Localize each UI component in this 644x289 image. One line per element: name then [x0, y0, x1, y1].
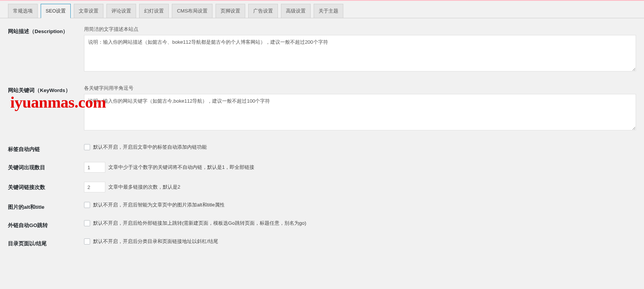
desc-img-alt-title: 默认不开启，开启后智能为文章页中的图片添加alt和title属性 [93, 202, 225, 208]
label-external-go: 外链自动GO跳转 [8, 220, 84, 229]
tab-ads[interactable]: 广告设置 [248, 4, 278, 18]
tab-seo[interactable]: SEO设置 [41, 4, 71, 18]
checkbox-tag-autolink[interactable] [84, 144, 90, 150]
hint-keywords: 各关键字间用半角逗号 [84, 85, 636, 92]
desc-dir-slash: 默认不开启，开启后分类目录和页面链接地址以斜杠/结尾 [93, 238, 218, 245]
control-tag-autolink: 默认不开启，开启后文章中的标签自动添加内链功能 [84, 144, 636, 151]
tab-cms-layout[interactable]: CMS布局设置 [172, 4, 213, 18]
tab-comment[interactable]: 评论设置 [106, 4, 136, 18]
control-keyword-link-times: 文章中最多链接的次数，默认是2 [84, 182, 636, 192]
control-keywords: 各关键字间用半角逗号 [84, 85, 636, 132]
control-keyword-count: 文章中少于这个数字的关键词将不自动内链，默认是1，即全部链接 [84, 162, 636, 173]
desc-external-go: 默认不开启，开启后给外部链接加上跳转(需新建页面，模板选Go跳转页面，标题任意，… [93, 220, 306, 227]
checkbox-external-go[interactable] [84, 220, 90, 226]
control-external-go: 默认不开启，开启后给外部链接加上跳转(需新建页面，模板选Go跳转页面，标题任意，… [84, 220, 636, 227]
label-img-alt-title: 图片的alt和title [8, 202, 84, 211]
desc-keyword-link-times: 文章中最多链接的次数，默认是2 [108, 184, 180, 191]
label-keywords: 网站关键词（KeyWords） [8, 85, 84, 94]
row-external-go: 外链自动GO跳转 默认不开启，开启后给外部链接加上跳转(需新建页面，模板选Go跳… [8, 220, 636, 229]
tab-general[interactable]: 常规选项 [8, 4, 38, 18]
textarea-description[interactable] [84, 35, 636, 71]
hint-description: 用简洁的文字描述本站点 [84, 26, 636, 33]
control-img-alt-title: 默认不开启，开启后智能为文章页中的图片添加alt和title属性 [84, 202, 636, 208]
label-keyword-link-times: 关键词链接次数 [8, 182, 84, 191]
tab-footer[interactable]: 页脚设置 [216, 4, 245, 18]
row-keywords: 网站关键词（KeyWords） 各关键字间用半角逗号 [8, 85, 636, 132]
desc-tag-autolink: 默认不开启，开启后文章中的标签自动添加内链功能 [93, 144, 207, 151]
input-keyword-link-times[interactable] [84, 182, 105, 192]
label-dir-slash: 目录页面以/结尾 [8, 238, 84, 247]
row-img-alt-title: 图片的alt和title 默认不开启，开启后智能为文章页中的图片添加alt和ti… [8, 202, 636, 211]
label-keyword-count: 关键词出现数目 [8, 162, 84, 171]
textarea-keywords[interactable] [84, 94, 636, 130]
input-keyword-count[interactable] [84, 162, 105, 173]
label-tag-autolink: 标签自动内链 [8, 144, 84, 153]
row-keyword-count: 关键词出现数目 文章中少于这个数字的关键词将不自动内链，默认是1，即全部链接 [8, 162, 636, 173]
tab-article[interactable]: 文章设置 [74, 4, 103, 18]
checkbox-img-alt-title[interactable] [84, 202, 90, 208]
tabs-bar: 常规选项 SEO设置 文章设置 评论设置 幻灯设置 CMS布局设置 页脚设置 广… [0, 1, 644, 18]
label-description: 网站描述（Description） [8, 26, 84, 35]
settings-content: 网站描述（Description） 用简洁的文字描述本站点 网站关键词（KeyW… [0, 18, 644, 260]
row-dir-slash: 目录页面以/结尾 默认不开启，开启后分类目录和页面链接地址以斜杠/结尾 [8, 238, 636, 247]
page-area: 常规选项 SEO设置 文章设置 评论设置 幻灯设置 CMS布局设置 页脚设置 广… [0, 0, 644, 260]
desc-keyword-count: 文章中少于这个数字的关键词将不自动内链，默认是1，即全部链接 [108, 164, 254, 171]
tab-slide[interactable]: 幻灯设置 [139, 4, 169, 18]
checkbox-dir-slash[interactable] [84, 238, 90, 245]
control-dir-slash: 默认不开启，开启后分类目录和页面链接地址以斜杠/结尾 [84, 238, 636, 245]
tab-about[interactable]: 关于主题 [314, 4, 343, 18]
row-description: 网站描述（Description） 用简洁的文字描述本站点 [8, 26, 636, 73]
row-tag-autolink: 标签自动内链 默认不开启，开启后文章中的标签自动添加内链功能 [8, 144, 636, 153]
tab-advanced[interactable]: 高级设置 [281, 4, 311, 18]
row-keyword-link-times: 关键词链接次数 文章中最多链接的次数，默认是2 [8, 182, 636, 192]
control-description: 用简洁的文字描述本站点 [84, 26, 636, 73]
